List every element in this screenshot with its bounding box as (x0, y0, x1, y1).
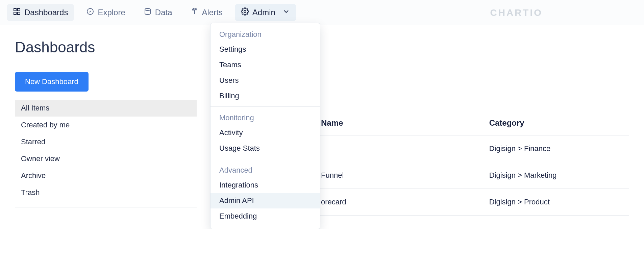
nav-admin-label: Admin (252, 8, 275, 17)
nav-explore[interactable]: Explore (80, 4, 131, 21)
dropdown-heading: Monitoring (210, 110, 320, 125)
nav-alerts[interactable]: Alerts (184, 4, 229, 21)
svg-marker-5 (89, 10, 91, 12)
svg-rect-2 (14, 12, 16, 15)
dropdown-section: OrganizationSettingsTeamsUsersBilling (210, 23, 320, 106)
nav-items: Dashboards Explore Data Alerts Admin (7, 4, 296, 21)
nav-data-label: Data (155, 8, 172, 17)
dropdown-section: AdvancedIntegrationsAdmin APIEmbedding (210, 159, 320, 227)
dashboards-icon (13, 7, 21, 18)
cell-category: Digisign > Finance (489, 135, 629, 162)
nav-admin[interactable]: Admin (235, 4, 296, 21)
dropdown-item-settings[interactable]: Settings (210, 42, 320, 57)
dropdown-heading: Advanced (210, 162, 320, 177)
filter-list: All ItemsCreated by meStarredOwner viewA… (15, 100, 197, 207)
admin-dropdown: OrganizationSettingsTeamsUsersBillingMon… (210, 23, 320, 229)
nav-data[interactable]: Data (138, 4, 178, 21)
svg-rect-3 (18, 12, 20, 15)
dropdown-item-usage-stats[interactable]: Usage Stats (210, 141, 320, 156)
nav-dashboards-label: Dashboards (24, 8, 68, 17)
gear-icon (241, 7, 249, 18)
svg-point-6 (145, 8, 150, 10)
new-dashboard-button[interactable]: New Dashboard (15, 72, 89, 92)
sidebar: Dashboards New Dashboard All ItemsCreate… (15, 39, 197, 216)
dropdown-item-activity[interactable]: Activity (210, 125, 320, 141)
dropdown-item-admin-api[interactable]: Admin API (210, 193, 320, 208)
dropdown-item-teams[interactable]: Teams (210, 57, 320, 73)
cell-category: Digisign > Product (489, 189, 629, 216)
svg-point-7 (194, 10, 195, 11)
compass-icon (86, 7, 94, 18)
chevron-down-icon (282, 7, 290, 18)
dropdown-item-billing[interactable]: Billing (210, 88, 320, 104)
top-nav: Dashboards Explore Data Alerts Admin (0, 0, 644, 25)
dropdown-section: MonitoringActivityUsage Stats (210, 106, 320, 159)
col-header-category[interactable]: Category (489, 114, 629, 135)
svg-rect-0 (14, 8, 16, 11)
page-title: Dashboards (15, 39, 197, 56)
nav-dashboards[interactable]: Dashboards (7, 4, 74, 21)
svg-rect-1 (18, 8, 20, 11)
filter-item-trash[interactable]: Trash (15, 184, 197, 201)
dropdown-item-users[interactable]: Users (210, 73, 320, 88)
dropdown-item-integrations[interactable]: Integrations (210, 177, 320, 193)
svg-point-9 (244, 10, 246, 12)
nav-explore-label: Explore (98, 8, 125, 17)
dropdown-item-embedding[interactable]: Embedding (210, 208, 320, 224)
filter-item-owner-view[interactable]: Owner view (15, 150, 197, 167)
nav-alerts-label: Alerts (202, 8, 223, 17)
brand-logo: CHARTIO (490, 7, 543, 18)
page-body: Dashboards New Dashboard All ItemsCreate… (0, 25, 644, 229)
filter-item-all-items[interactable]: All Items (15, 100, 197, 117)
database-icon (144, 7, 152, 18)
dropdown-heading: Organization (210, 27, 320, 42)
filter-item-created-by-me[interactable]: Created by me (15, 117, 197, 133)
filter-item-archive[interactable]: Archive (15, 167, 197, 184)
broadcast-icon (191, 7, 199, 18)
cell-category: Digisign > Marketing (489, 162, 629, 189)
filter-item-starred[interactable]: Starred (15, 133, 197, 150)
